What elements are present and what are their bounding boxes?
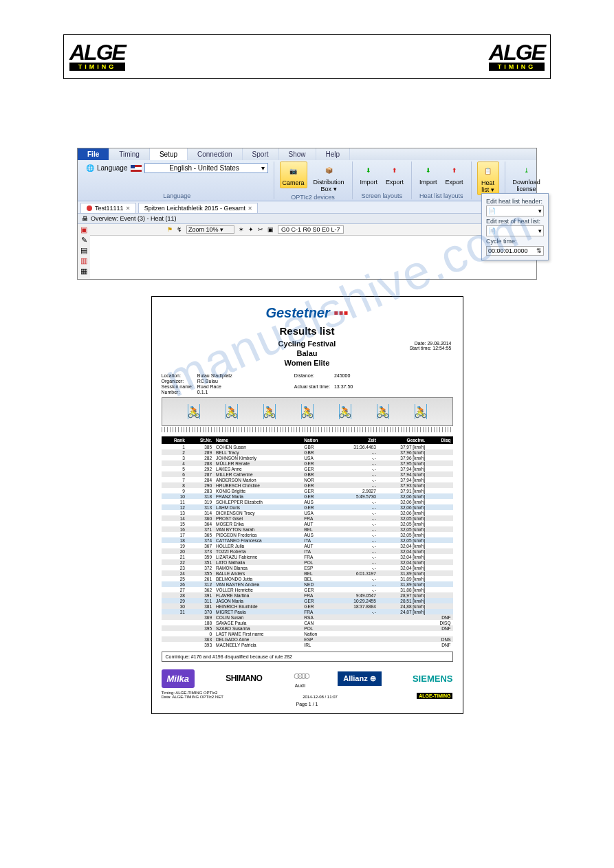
box-icon: 📦 xyxy=(320,163,337,178)
tool-icon[interactable]: ▤ xyxy=(78,246,89,255)
table-row: 17365PIDGEON FredericaAUS-.-32,05 [km/h] xyxy=(162,532,453,537)
report-footer: Timing: ALGE-TIMING OPTIc2 Data: ALGE-TI… xyxy=(162,691,453,699)
report-category: Women Elite xyxy=(162,359,453,368)
distbox-button[interactable]: 📦 Distribution Box ▾ xyxy=(311,162,347,194)
tab-file[interactable]: File xyxy=(78,148,109,160)
tab-setup[interactable]: Setup xyxy=(150,148,188,160)
cyclist-icon: 🚴 xyxy=(188,404,200,419)
doc-icon: 📄 xyxy=(488,208,496,214)
tool-icon[interactable]: ✂ xyxy=(258,226,263,233)
tab-sport[interactable]: Sport xyxy=(243,148,279,160)
close-icon[interactable]: × xyxy=(248,205,252,212)
footer-data: Data: ALGE-TIMING OPTIc2.NET xyxy=(162,695,223,699)
table-row: 16371VAN BYTON SarahBEL-.-32,05 [km/h] xyxy=(162,526,453,532)
logo-right: ALGE TIMING xyxy=(489,43,545,71)
cyclist-icon: 🚴 xyxy=(377,404,389,419)
flag-icon xyxy=(131,165,142,172)
page-indicator: Page 1 / 1 xyxy=(162,702,453,706)
report: Gestetner ▪▪▪ Results list Cycling Festi… xyxy=(151,296,463,714)
sponsor-audi: ○○○○Audi xyxy=(294,669,307,688)
close-icon[interactable]: × xyxy=(127,205,130,212)
tool-icon[interactable]: ✎ xyxy=(78,236,89,245)
group-screen-layouts: ⬇ Import ⬆ Export Screen layouts xyxy=(353,162,413,199)
canvas[interactable] xyxy=(90,236,536,279)
table-row: 13314DICKENSON TracyUSA-.-32,06 [km/h] xyxy=(162,510,453,515)
tool-icon[interactable]: ▥ xyxy=(78,256,89,265)
zoom-select[interactable]: Zoom 10% ▾ xyxy=(186,225,234,234)
report-title: Results list xyxy=(162,325,453,337)
cyclist-icon: 🚴 xyxy=(301,404,314,419)
footer-stamp: 2014-12-08 / 11:07 xyxy=(303,695,338,699)
language-select[interactable]: English - United States ▾ xyxy=(144,163,268,173)
header-dropdown[interactable]: 📄▾ xyxy=(486,205,544,216)
table-row: 15364MOSER ErikaAUT-.-32,05 [km/h] xyxy=(162,521,453,526)
sponsors: Milka SHIMANO ○○○○Audi Allianz ⊕ SIEMENS xyxy=(162,669,453,688)
cyclist-icon: 🚴 xyxy=(263,404,276,419)
table-row: 1385COHEN SusanGBR31:36.446337,97 [km/h] xyxy=(162,444,453,449)
tool-icon[interactable]: ✶ xyxy=(239,226,244,233)
export-button[interactable]: ⬆ Export xyxy=(384,162,406,187)
table-row: 28391FLAVRE MartinaFRA9:49.054728,97 [km… xyxy=(162,592,453,598)
footnote: Cominique: #176 and #198 disqualified be… xyxy=(162,652,453,662)
page-header: ALGE TIMING ALGE TIMING xyxy=(63,34,551,79)
list-icon: 📋 xyxy=(480,164,496,179)
status-dot-icon xyxy=(87,205,92,211)
logo-left: ALGE TIMING xyxy=(69,43,125,71)
col-time: Zeit xyxy=(333,436,378,444)
tool-icon[interactable]: ▣ xyxy=(267,226,274,233)
import-button[interactable]: ⬇ Import xyxy=(417,162,439,187)
tool-icon[interactable]: ✦ xyxy=(248,226,254,233)
language-label: Language xyxy=(97,164,128,172)
import-icon: ⬇ xyxy=(420,163,437,178)
printer-icon: 🖶 xyxy=(82,215,88,222)
table-row: 21359LIZARAZU FabienneFRA-.-32,04 [km/h] xyxy=(162,554,453,559)
doc-tab-2[interactable]: Spitzen Leichtathletik 2015 - Gesamt× xyxy=(138,203,258,213)
camera-button[interactable]: 📷 Camera xyxy=(280,162,307,188)
table-row: 25261BELMONDO JuttaBEL-.-31,89 [km/h] xyxy=(162,576,453,581)
table-row: 0LAST NAME First nameNation xyxy=(162,631,453,636)
table-row: 14360PROST GiselFRA-.-32,05 [km/h] xyxy=(162,515,453,521)
pdf-icon[interactable]: ▣ xyxy=(78,225,89,234)
table-row: 23372RAMON BlancaESP-.-32,04 [km/h] xyxy=(162,565,453,570)
heatlist-button[interactable]: 📋 Heat list ▾ xyxy=(477,162,499,195)
tab-show[interactable]: Show xyxy=(279,148,316,160)
logo-alge: ALGE xyxy=(489,43,545,63)
tool-icon[interactable]: ↯ xyxy=(177,226,182,233)
table-row: 22351LATO NathaliaPOL-.-32,04 [km/h] xyxy=(162,559,453,565)
import-button[interactable]: ⬇ Import xyxy=(358,162,380,187)
cycle-time-input[interactable]: 00:00:01.0000⇅ xyxy=(486,246,544,256)
export-icon: ⬆ xyxy=(446,163,463,178)
doc-icon: 📄 xyxy=(488,227,496,234)
table-row: 5292LAKES AnneGER-.-37,94 [km/h] xyxy=(162,466,453,471)
table-row: 188SAVAGE PaulaCANDISQ xyxy=(162,620,453,625)
tab-connection[interactable]: Connection xyxy=(188,148,243,160)
rest-dropdown[interactable]: 📄▾ xyxy=(486,225,544,236)
sponsor-milka: Milka xyxy=(162,669,195,688)
film-strip: 🚴 🚴 🚴 🚴 🚴 🚴 🚴 xyxy=(162,397,453,426)
tab-help[interactable]: Help xyxy=(316,148,351,160)
popover-label: Edit heat list header: xyxy=(486,198,544,205)
alge-badge: ALGE-TIMING xyxy=(417,693,452,699)
cyclist-icon: 🚴 xyxy=(415,404,427,419)
table-row: 4288MÜLLER RenateGER-.-37,95 [km/h] xyxy=(162,460,453,466)
cyclist-icon: 🚴 xyxy=(226,404,238,419)
cyclist-icon: 🚴 xyxy=(339,404,351,419)
table-row: 395SZABO SusannaPOLDNF xyxy=(162,625,453,631)
sponsor-allianz: Allianz ⊕ xyxy=(338,671,382,686)
table-row: 9283KONIG BrigitteGER2.982737,91 [km/h] xyxy=(162,488,453,493)
col-stnr: St.Nr. xyxy=(187,436,214,444)
info-field: G0 C-1 R0 S0 E0 L-7 xyxy=(278,225,344,234)
table-row: 20373TOZZI RobertaITA-.-32,04 [km/h] xyxy=(162,548,453,554)
table-row: 12313LAHM DorisGER-.-32,06 [km/h] xyxy=(162,504,453,510)
tab-timing[interactable]: Timing xyxy=(109,148,150,160)
tool-icon[interactable]: ▦ xyxy=(78,267,89,276)
group-title: OPTIc2 devices xyxy=(280,194,347,201)
table-row: 31370MIGRET PaulaFRA-.-24,87 [km/h] xyxy=(162,609,453,614)
export-button[interactable]: ⬆ Export xyxy=(443,162,465,187)
flag-icon[interactable]: ⚑ xyxy=(167,226,173,233)
import-icon: ⬇ xyxy=(360,163,377,178)
doc-tab-1[interactable]: Test11111× xyxy=(80,203,136,213)
table-row: 11319SCHLEPPER ElizabethAUS-.-32,06 [km/… xyxy=(162,499,453,504)
group-devices: 📷 Camera 📦 Distribution Box ▾ OPTIc2 dev… xyxy=(274,162,353,199)
doc-tabs: Test11111× Spitzen Leichtathletik 2015 -… xyxy=(78,201,536,214)
